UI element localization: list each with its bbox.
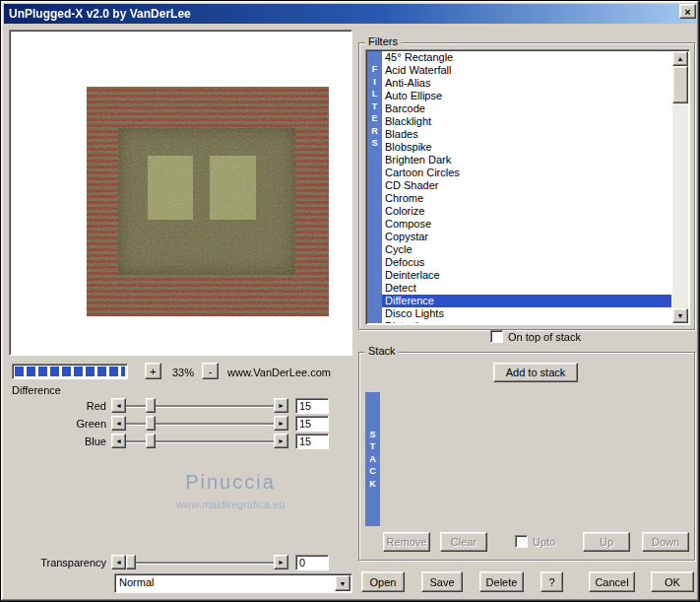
help-button[interactable]: ? (541, 571, 563, 592)
blend-mode-combobox[interactable]: Normal ▼ (114, 573, 352, 593)
stack-list[interactable] (380, 392, 687, 526)
transparency-slider-thumb[interactable] (126, 555, 136, 569)
blue-increment-button[interactable]: ► (274, 434, 288, 448)
open-button[interactable]: Open (361, 571, 405, 592)
filter-list-item[interactable]: Anti-Alias (382, 77, 671, 90)
filters-vertical-banner: F I L T E R S (367, 51, 382, 323)
filter-list-item[interactable]: Cycle (382, 243, 671, 256)
filter-list-item[interactable]: Blacklight (382, 115, 671, 128)
combobox-dropdown-button[interactable]: ▼ (335, 575, 350, 591)
window-title: UnPlugged-X v2.0 by VanDerLee (9, 7, 191, 21)
on-top-of-stack-row: On top of stack (490, 330, 581, 343)
upto-label: Upto (533, 536, 555, 548)
filter-list-item[interactable]: Colorize (382, 205, 671, 218)
transparency-slider-row: Transparency ◄ ► 0 (5, 554, 340, 570)
scrollbar-thumb[interactable] (672, 66, 688, 103)
watermark-name: Pinuccia (112, 471, 349, 494)
delete-button[interactable]: Delete (479, 571, 524, 592)
filter-list-item[interactable]: 45° Rectangle (382, 51, 671, 64)
scrollbar-down-button[interactable]: ▼ (672, 308, 688, 323)
blue-decrement-button[interactable]: ◄ (111, 434, 126, 448)
close-button[interactable]: × (679, 4, 696, 19)
up-button[interactable]: Up (583, 532, 630, 552)
noise-overlay-icon (87, 87, 329, 316)
on-top-of-stack-checkbox[interactable] (490, 330, 503, 343)
zoom-progress-fill (15, 367, 125, 376)
close-icon: × (684, 6, 690, 18)
red-slider-label: Red (5, 400, 111, 412)
filter-list-item[interactable]: Disco Lights (382, 307, 671, 320)
ok-button[interactable]: OK (651, 571, 694, 592)
red-slider-track[interactable] (126, 398, 274, 413)
red-value-input[interactable]: 15 (295, 398, 329, 414)
red-decrement-button[interactable]: ◄ (111, 398, 126, 413)
upto-row: Upto (515, 535, 555, 548)
down-button[interactable]: Down (642, 532, 689, 552)
filter-list-item[interactable]: Distortion (382, 320, 671, 323)
filter-list-item[interactable]: Blades (382, 128, 671, 141)
red-slider-thumb[interactable] (146, 398, 156, 413)
filter-list-item[interactable]: Defocus (382, 256, 671, 269)
filter-list-item[interactable]: Acid Waterfall (382, 64, 671, 77)
filter-list-item[interactable]: Brighten Dark (382, 154, 671, 167)
blue-slider-thumb[interactable] (146, 434, 156, 448)
green-decrement-button[interactable]: ◄ (111, 416, 126, 431)
scrollbar-up-button[interactable]: ▲ (672, 51, 688, 66)
green-value-input[interactable]: 15 (295, 416, 329, 432)
green-slider-track[interactable] (126, 416, 274, 431)
blue-value-input[interactable]: 15 (295, 434, 329, 449)
filter-list-item[interactable]: Compose (382, 218, 671, 231)
filters-list-items: 45° RectangleAcid WaterfallAnti-AliasAut… (382, 51, 671, 323)
transparency-increment-button[interactable]: ► (274, 555, 288, 569)
transparency-slider-track[interactable] (126, 555, 274, 569)
transparency-value-input[interactable]: 0 (295, 555, 329, 570)
filters-groupbox: Filters F I L T E R S 45° RectangleAcid … (358, 42, 695, 330)
cancel-button[interactable]: Cancel (589, 571, 635, 592)
filter-list-item[interactable]: Auto Ellipse (382, 90, 671, 102)
filter-list-item[interactable]: Difference (382, 295, 671, 307)
filters-group-title: Filters (365, 35, 401, 47)
filter-list-item[interactable]: Chrome (382, 192, 671, 205)
transparency-decrement-button[interactable]: ◄ (111, 555, 126, 569)
remove-button[interactable]: Remove (383, 532, 430, 552)
green-increment-button[interactable]: ► (274, 416, 288, 431)
filter-list-item[interactable]: Detect (382, 282, 671, 295)
filters-scrollbar[interactable]: ▲ ▼ (672, 51, 688, 323)
clear-button[interactable]: Clear (440, 532, 487, 552)
green-slider-label: Green (5, 418, 111, 430)
filter-list-item[interactable]: Copystar (382, 231, 671, 243)
left-arrow-icon: ◄ (115, 437, 122, 444)
preview-panel (9, 30, 352, 356)
save-button[interactable]: Save (421, 571, 463, 592)
right-arrow-icon: ► (278, 437, 285, 444)
blue-slider-row: Blue ◄ ► 15 (5, 433, 340, 449)
zoom-progress-bar (12, 364, 128, 379)
filter-list-item[interactable]: Blobspike (382, 141, 671, 154)
preview-image[interactable] (87, 87, 329, 316)
up-arrow-icon: ▲ (677, 55, 684, 62)
filter-list-item[interactable]: Deinterlace (382, 269, 671, 282)
upto-checkbox[interactable] (515, 535, 528, 548)
green-slider-thumb[interactable] (146, 416, 156, 431)
red-increment-button[interactable]: ► (274, 398, 288, 413)
vendor-website-label: www.VanDerLee.com (227, 367, 331, 378)
stack-group-title: Stack (365, 345, 399, 357)
stack-vertical-banner: S T A C K (365, 392, 380, 526)
left-arrow-icon: ◄ (115, 402, 122, 409)
filter-list-item[interactable]: Cartoon Circles (382, 167, 671, 179)
dropdown-arrow-icon: ▼ (340, 580, 347, 587)
green-slider-row: Green ◄ ► 15 (5, 415, 340, 432)
filter-list-item[interactable]: CD Shader (382, 179, 671, 192)
current-filter-label: Difference (12, 384, 61, 396)
right-arrow-icon: ► (278, 402, 285, 409)
filter-list-item[interactable]: Barcode (382, 102, 671, 115)
zoom-out-button[interactable]: - (202, 363, 219, 379)
left-arrow-icon: ◄ (115, 559, 122, 566)
add-to-stack-button[interactable]: Add to stack (493, 363, 578, 382)
zoom-in-button[interactable]: + (145, 363, 161, 379)
filters-listbox: F I L T E R S 45° RectangleAcid Waterfal… (365, 49, 690, 325)
down-arrow-icon: ▼ (677, 312, 684, 319)
stack-groupbox: Stack Add to stack S T A C K Remove Clea… (358, 352, 695, 561)
blue-slider-track[interactable] (126, 434, 274, 448)
minus-icon: - (209, 366, 213, 377)
